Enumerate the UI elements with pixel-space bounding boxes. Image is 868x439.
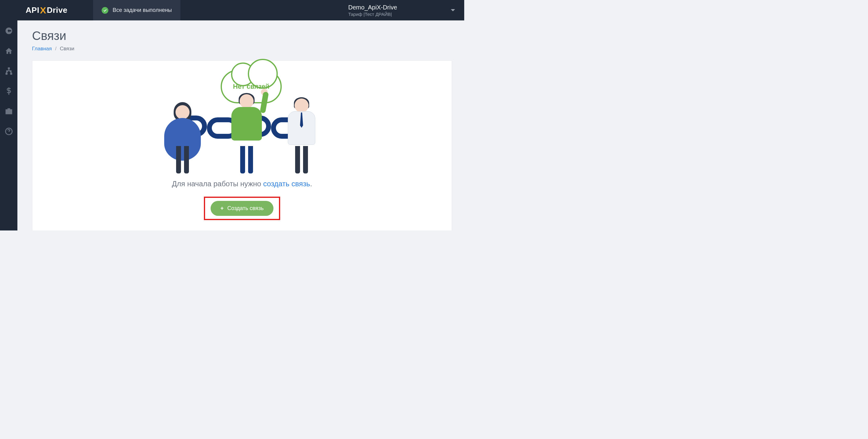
app-logo[interactable]: APIXDrive xyxy=(0,0,93,21)
tasks-status-chip[interactable]: Все задачи выполнены xyxy=(93,0,180,21)
breadcrumb: Главная / Связи xyxy=(32,46,452,52)
cloud-label: Нет связей xyxy=(233,82,269,91)
enter-icon xyxy=(5,27,13,35)
breadcrumb-home-link[interactable]: Главная xyxy=(32,46,52,52)
logo-part-api: API xyxy=(26,5,39,15)
plus-icon: + xyxy=(220,205,224,211)
highlight-annotation: + Создать связь xyxy=(204,197,280,220)
account-menu[interactable]: Demo_ApiX-Drive Тариф |Тест ДРАЙВ| xyxy=(342,0,464,21)
caret-down-icon xyxy=(451,9,455,11)
sidebar-item-help[interactable] xyxy=(0,125,18,138)
empty-state-text: Для начала работы нужно создать связь. xyxy=(172,179,312,188)
person-figure xyxy=(279,97,324,173)
app-header: APIXDrive Все задачи выполнены Demo_ApiX… xyxy=(0,0,464,21)
empty-state-illustration: Нет связей xyxy=(157,70,328,173)
page-title: Связи xyxy=(32,29,452,43)
briefcase-icon xyxy=(5,107,13,115)
sidebar-item-enter[interactable] xyxy=(0,24,18,37)
create-button-label: Создать связь xyxy=(227,205,264,211)
sitemap-icon xyxy=(5,67,13,75)
logo-part-drive: Drive xyxy=(47,5,67,15)
sidebar-item-connections[interactable] xyxy=(0,64,18,78)
check-circle-icon xyxy=(102,7,108,14)
help-icon xyxy=(5,128,13,135)
person-figure xyxy=(160,103,206,173)
cta-prefix: Для начала работы нужно xyxy=(172,179,263,188)
home-icon xyxy=(5,47,13,55)
sidebar-item-business[interactable] xyxy=(0,105,18,118)
person-figure xyxy=(224,94,270,173)
create-connection-link[interactable]: создать связь xyxy=(263,179,310,188)
dollar-icon xyxy=(5,87,13,95)
main-content: Связи Главная / Связи Нет связей xyxy=(18,21,464,231)
sidebar-nav xyxy=(0,21,18,231)
sidebar-item-home[interactable] xyxy=(0,44,18,58)
connections-card: Нет связей xyxy=(32,60,452,231)
create-connection-button[interactable]: + Создать связь xyxy=(211,201,274,216)
breadcrumb-current: Связи xyxy=(60,46,74,52)
logo-part-x: X xyxy=(40,5,46,15)
sidebar-item-billing[interactable] xyxy=(0,85,18,98)
cta-suffix: . xyxy=(310,179,312,188)
breadcrumb-separator: / xyxy=(55,46,57,52)
account-tariff: Тариф |Тест ДРАЙВ| xyxy=(348,11,397,18)
account-name: Demo_ApiX-Drive xyxy=(348,3,397,11)
tasks-status-text: Все задачи выполнены xyxy=(113,7,172,13)
